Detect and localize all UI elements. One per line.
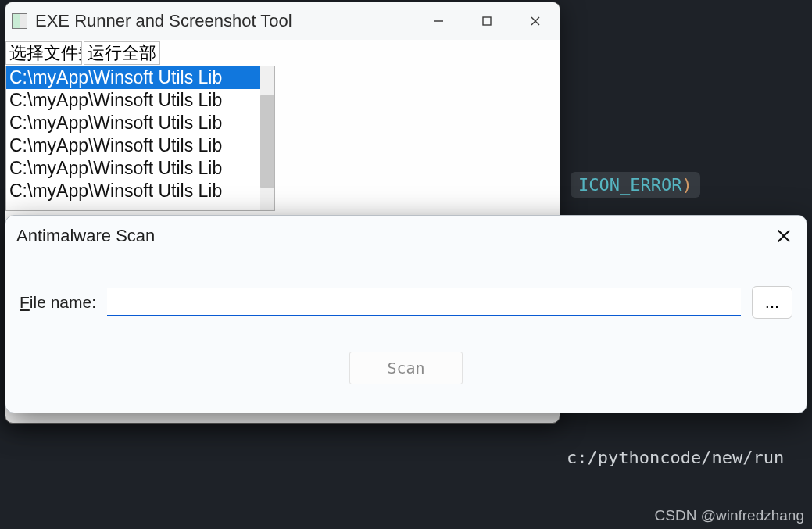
code-path-line: c:/pythoncode/new/run [567,448,784,467]
list-item[interactable]: C:\myApp\Winsoft Utils Lib [6,66,274,89]
file-listbox[interactable]: C:\myApp\Winsoft Utils Lib C:\myApp\Wins… [5,66,275,211]
file-row: File name: ... [5,256,807,319]
image-watermark: CSDN @winfredzhang [655,507,804,524]
scan-button[interactable]: Scan [349,352,463,384]
maximize-icon [481,15,493,27]
file-name-label-accel: F [20,293,30,311]
toolbar: 选择文件夹 运行全部 [5,40,560,65]
minimize-button[interactable] [414,2,463,40]
antimalware-scan-dialog: Antimalware Scan File name: ... Scan [5,215,807,413]
maximize-button[interactable] [463,2,511,40]
close-button[interactable] [511,2,560,40]
app-icon [12,13,27,29]
code-token-group: ICON_ERROR) [571,172,700,198]
caption-buttons [414,2,560,40]
code-token-paren: ) [681,175,692,195]
browse-button[interactable]: ... [752,286,792,319]
titlebar[interactable]: EXE Runner and Screenshot Tool [5,2,560,40]
scan-row: Scan [5,352,807,384]
choose-files-button[interactable]: 选择文件夹 [5,41,82,65]
code-token-identifier: ICON_ERROR [578,175,681,195]
list-item[interactable]: C:\myApp\Winsoft Utils Lib [6,112,274,134]
listbox-scrollbar-track[interactable] [260,66,274,210]
file-name-label-rest: ile name: [30,293,96,311]
dialog-titlebar[interactable]: Antimalware Scan [5,216,807,256]
close-icon [775,227,792,245]
dialog-close-button[interactable] [772,224,796,248]
list-item[interactable]: C:\myApp\Winsoft Utils Lib [6,134,274,157]
list-item[interactable]: C:\myApp\Winsoft Utils Lib [6,157,274,180]
list-item[interactable]: C:\myApp\Winsoft Utils Lib [6,89,274,112]
svg-rect-1 [483,17,491,25]
window-title: EXE Runner and Screenshot Tool [35,11,292,31]
list-item[interactable]: C:\myApp\Winsoft Utils Lib [6,180,274,202]
file-name-input[interactable] [107,288,741,316]
minimize-icon [432,15,445,27]
run-all-button[interactable]: 运行全部 [84,41,160,65]
file-name-label: File name: [20,293,96,312]
close-icon [529,15,542,27]
listbox-scrollbar-thumb[interactable] [260,95,274,188]
dialog-title: Antimalware Scan [16,226,155,246]
